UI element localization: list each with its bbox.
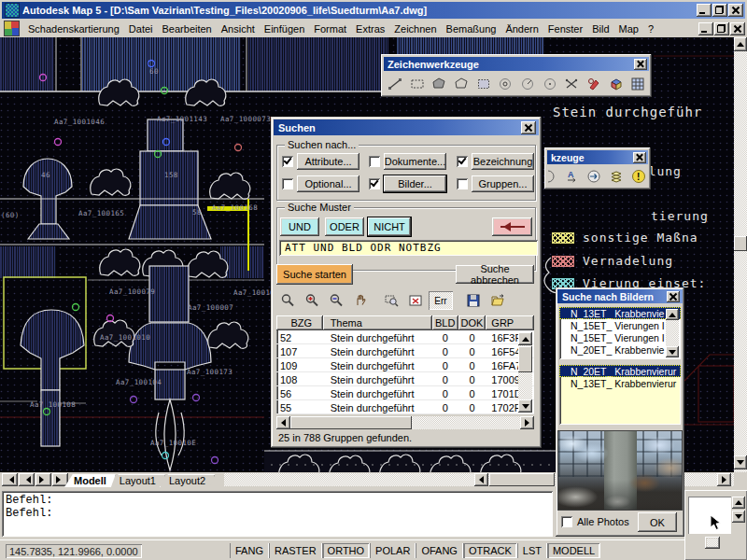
panel-expand-button[interactable] xyxy=(705,537,720,549)
layers-icon[interactable] xyxy=(607,166,627,187)
toolbar-titlebar[interactable]: Zeichenwerkzeuge xyxy=(384,57,649,71)
status-toggle[interactable]: POLAR xyxy=(370,543,416,558)
option-button[interactable]: Bilder... xyxy=(384,175,446,192)
option-checkbox[interactable] xyxy=(369,178,380,189)
table-row[interactable]: 55 Stein durchgeführt 0 0 1702F xyxy=(276,400,534,414)
table-vscrollbar[interactable] xyxy=(518,332,532,413)
table-scroll-down-button[interactable] xyxy=(518,399,532,413)
list-item[interactable]: N_15ET_ Vierungen I xyxy=(559,331,681,343)
mini-toolbar-close-button[interactable] xyxy=(633,152,646,163)
menu-item[interactable]: Schadenskartierung xyxy=(23,21,124,36)
column-header[interactable]: Thema xyxy=(323,315,432,330)
circle-center-icon[interactable] xyxy=(540,74,560,94)
table-scroll-up-button[interactable] xyxy=(518,332,532,345)
status-toggle[interactable]: FANG xyxy=(230,543,269,558)
pan-icon[interactable] xyxy=(349,290,371,311)
menu-item[interactable]: Bemaßung xyxy=(442,21,501,36)
menu-item[interactable]: Zeichnen xyxy=(389,21,441,36)
bilder-close-button[interactable] xyxy=(667,291,680,302)
circle-radius-icon[interactable] xyxy=(517,74,538,94)
status-toggle[interactable]: LST xyxy=(517,543,547,558)
panel-scroll-up-button[interactable] xyxy=(732,497,745,509)
status-toggle[interactable]: ORTHO xyxy=(322,543,371,558)
doc-close-button[interactable] xyxy=(730,22,745,35)
cross-icon[interactable] xyxy=(561,74,582,94)
table-row[interactable]: 52 Stein durchgeführt 0 0 16F3F xyxy=(276,330,534,344)
list-vscrollbar[interactable] xyxy=(666,309,679,357)
ok-button[interactable]: OK xyxy=(638,512,677,532)
layout-tab[interactable]: Layout2 xyxy=(160,474,215,487)
start-search-button[interactable]: Suche starten xyxy=(276,264,353,285)
option-button[interactable]: Dokumente... xyxy=(384,153,446,170)
panel-scroll-down-button[interactable] xyxy=(732,511,745,523)
doc-minimize-button[interactable] xyxy=(698,22,713,35)
status-toggle[interactable]: OFANG xyxy=(416,543,463,558)
table-row[interactable]: 107 Stein durchgeführt 0 0 16F54 xyxy=(276,344,534,358)
option-button[interactable]: Attribute... xyxy=(297,153,359,170)
photo-preview[interactable] xyxy=(558,431,682,510)
delete-icon[interactable] xyxy=(404,290,426,311)
vscrollbar-thumb[interactable] xyxy=(734,236,747,251)
mini-toolbar-titlebar[interactable]: kzeuge xyxy=(547,150,648,164)
doc-restore-button[interactable] xyxy=(714,22,729,35)
status-toggle[interactable]: RASTER xyxy=(269,543,322,558)
restore-button[interactable] xyxy=(712,4,727,17)
line-icon[interactable] xyxy=(385,74,405,94)
menu-item[interactable]: Bild xyxy=(587,21,613,36)
list-item[interactable]: N_20ET_ Krabbenvie xyxy=(559,343,681,356)
hscroll-left-button[interactable] xyxy=(474,473,488,486)
alle-photos-checkbox[interactable] xyxy=(561,516,572,527)
menu-item[interactable]: Datei xyxy=(124,21,158,36)
cancel-search-button[interactable]: Suche abbrechen xyxy=(456,265,534,284)
open-icon[interactable] xyxy=(486,290,508,311)
minimize-button[interactable] xyxy=(697,4,712,17)
zoom-out-icon[interactable] xyxy=(325,290,346,311)
menu-item[interactable]: Extras xyxy=(351,21,389,36)
column-header[interactable]: BLD xyxy=(432,315,458,330)
selection-rectangle-icon[interactable] xyxy=(473,74,494,94)
zoom-icon[interactable] xyxy=(276,290,298,311)
side-panel-list[interactable] xyxy=(688,497,731,534)
last-tab-button[interactable] xyxy=(52,473,68,486)
suchen-titlebar[interactable]: Suchen xyxy=(274,119,539,135)
menu-item[interactable]: Ändern xyxy=(500,21,543,36)
option-checkbox[interactable] xyxy=(457,178,468,189)
table-row[interactable]: 56 Stein durchgeführt 0 0 1701D xyxy=(276,386,534,400)
command-input-area[interactable]: Befehl:Befehl: xyxy=(2,491,553,537)
shade-icon[interactable] xyxy=(606,74,627,94)
zoom-window-icon[interactable] xyxy=(380,290,402,311)
image-name-list[interactable]: N_13ET_ KrabbenvieN_15ET_ Vierungen IN_1… xyxy=(559,307,681,359)
table-scroll-right-button[interactable] xyxy=(520,416,534,429)
option-button[interactable]: Bezeichnung xyxy=(472,153,534,170)
first-tab-button[interactable] xyxy=(2,473,18,486)
menu-item[interactable]: Map xyxy=(614,21,643,36)
save-icon[interactable] xyxy=(462,290,484,311)
bilder-titlebar[interactable]: Suche nach Bildern xyxy=(557,289,683,303)
table-row[interactable]: 108 Stein durchgeführt 0 0 17009 xyxy=(276,372,534,386)
prev-tab-button[interactable] xyxy=(19,473,35,486)
list-item[interactable]: N_15ET_ Vierungen I xyxy=(559,319,681,331)
list-scroll-up-button[interactable] xyxy=(666,309,679,320)
status-toggle[interactable]: MODELL xyxy=(547,543,600,558)
column-header[interactable]: DOK xyxy=(458,315,486,330)
close-button[interactable] xyxy=(728,4,743,17)
label-icon[interactable]: A xyxy=(561,166,581,187)
selected-image-list[interactable]: N_20ET_ KrabbenvierurN_13ET_ Krabbenvier… xyxy=(559,365,681,425)
circle-tangent-icon[interactable] xyxy=(495,74,515,94)
err-button[interactable]: Err xyxy=(429,291,453,310)
polygon-outline-icon[interactable] xyxy=(451,74,472,94)
pattern-input[interactable]: ATT UND BLD ODR NOTBZG xyxy=(279,240,538,256)
scroll-down-button[interactable] xyxy=(734,455,747,469)
operator-button[interactable]: NICHT xyxy=(368,217,411,236)
option-checkbox[interactable] xyxy=(282,156,293,167)
edge-icon[interactable] xyxy=(546,166,558,187)
list-item[interactable]: N_13ET_ Krabbenvierur xyxy=(559,377,681,389)
document-icon[interactable] xyxy=(4,21,20,36)
toolbar-close-button[interactable] xyxy=(634,59,647,70)
column-header[interactable]: BZG xyxy=(276,315,323,330)
layout-tab[interactable]: Layout1 xyxy=(110,474,165,487)
column-header[interactable]: GRP xyxy=(486,315,534,330)
operator-button[interactable]: UND xyxy=(280,217,319,236)
menu-item[interactable]: Format xyxy=(309,21,351,36)
menu-item[interactable]: Fenster xyxy=(543,21,587,36)
